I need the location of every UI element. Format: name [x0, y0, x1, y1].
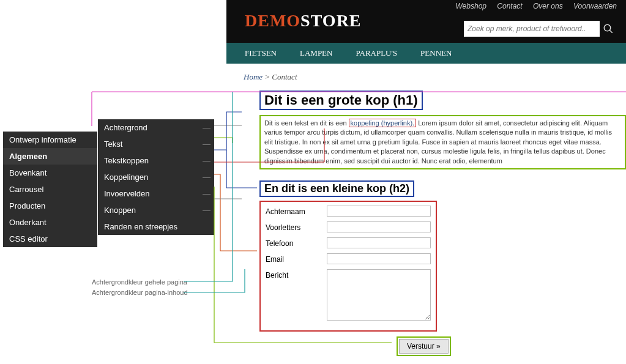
menu-carrousel[interactable]: Carrousel — [3, 181, 97, 198]
submenu-tekst[interactable]: Tekst — [98, 136, 214, 152]
input-telefoon[interactable] — [327, 237, 431, 248]
input-email[interactable] — [327, 253, 431, 264]
svg-point-0 — [604, 24, 611, 31]
topnav-contact[interactable]: Contact — [497, 2, 522, 10]
topnav-webshop[interactable]: Webshop — [456, 2, 486, 10]
menu-onderkant[interactable]: Onderkant — [3, 214, 97, 231]
topnav-voorwaarden[interactable]: Voorwaarden — [573, 2, 617, 10]
page-subtitle: En dit is een kleine kop (h2) — [264, 182, 409, 195]
search-input[interactable] — [464, 21, 600, 37]
submenu-achtergrond[interactable]: Achtergrond — [98, 119, 214, 136]
hyperlink-annotation[interactable]: koppeling (hyperlink). — [349, 119, 417, 127]
page-title: Dit is een grote kop (h1) — [264, 92, 418, 108]
nav-fietsen[interactable]: FIETSEN — [245, 48, 277, 58]
submit-annotation-box: Verstuur » — [397, 336, 451, 356]
top-nav: Webshop Contact Over ons Voorwaarden — [447, 2, 617, 10]
submenu-randen-streepjes[interactable]: Randen en streepjes — [98, 218, 214, 235]
breadcrumb: Home > Contact — [244, 72, 626, 82]
label-telefoon: Telefoon — [266, 237, 327, 248]
para-pre: Dit is een tekst en dit is een — [264, 119, 349, 127]
store-logo: DEMOSTORE — [245, 11, 362, 31]
annotation-labels: Achtergrondkleur gehele pagina Achtergro… — [92, 278, 188, 299]
nav-lampen[interactable]: LAMPEN — [300, 48, 332, 58]
logo-store: STORE — [300, 11, 361, 30]
menu-bovenkant[interactable]: Bovenkant — [3, 165, 97, 181]
search-button[interactable] — [600, 21, 617, 37]
page-content: Home > Contact Dit is een grote kop (h1)… — [226, 64, 626, 364]
menu-producten[interactable]: Producten — [3, 198, 97, 214]
input-voorletters[interactable] — [327, 221, 431, 232]
body-paragraph: Dit is een tekst en dit is een koppeling… — [264, 119, 621, 166]
submenu-invoervelden[interactable]: Invoervelden — [98, 185, 214, 202]
h2-annotation-box: En dit is een kleine kop (h2) — [259, 180, 414, 197]
label-voorletters: Voorletters — [266, 221, 327, 232]
annot-bg-page: Achtergrondkleur gehele pagina — [92, 278, 188, 286]
breadcrumb-home[interactable]: Home — [244, 72, 263, 81]
menu-algemeen[interactable]: Algemeen — [3, 148, 97, 165]
menu-ontwerp-informatie[interactable]: Ontwerp informatie — [3, 132, 97, 148]
design-sub-menu: Achtergrond Tekst Tekstkoppen Koppelinge… — [98, 119, 214, 235]
h1-annotation-box: Dit is een grote kop (h1) — [259, 91, 423, 110]
input-achternaam[interactable] — [327, 206, 431, 217]
store-preview: Webshop Contact Over ons Voorwaarden DEM… — [226, 0, 626, 364]
search-wrap — [464, 21, 617, 37]
store-topbar: Webshop Contact Over ons Voorwaarden DEM… — [226, 0, 626, 43]
submenu-koppelingen[interactable]: Koppelingen — [98, 169, 214, 185]
breadcrumb-current: Contact — [272, 72, 297, 81]
paragraph-annotation-box: Dit is een tekst en dit is een koppeling… — [259, 115, 626, 169]
submenu-knoppen[interactable]: Knoppen — [98, 202, 214, 218]
logo-demo: DEMO — [245, 11, 300, 30]
breadcrumb-sep: > — [263, 72, 272, 81]
search-icon — [603, 23, 614, 34]
textarea-bericht[interactable] — [327, 269, 431, 321]
svg-line-1 — [609, 30, 613, 33]
annot-bg-content: Achtergrondkleur pagina-inhoud — [92, 289, 188, 296]
nav-pennen[interactable]: PENNEN — [420, 48, 452, 58]
label-achternaam: Achternaam — [266, 206, 327, 216]
menu-css-editor[interactable]: CSS editor — [3, 231, 97, 247]
submit-button[interactable]: Verstuur » — [399, 339, 449, 354]
label-bericht: Bericht — [266, 269, 327, 280]
main-nav: FIETSEN LAMPEN PARAPLU'S PENNEN — [226, 43, 626, 64]
label-email: Email — [266, 253, 327, 264]
design-main-menu: Ontwerp informatie Algemeen Bovenkant Ca… — [3, 132, 97, 247]
form-annotation-box: Achternaam Voorletters Telefoon Email Be… — [259, 201, 437, 332]
submenu-tekstkoppen[interactable]: Tekstkoppen — [98, 152, 214, 169]
topnav-overons[interactable]: Over ons — [533, 2, 563, 10]
nav-paraplus[interactable]: PARAPLU'S — [356, 48, 397, 58]
